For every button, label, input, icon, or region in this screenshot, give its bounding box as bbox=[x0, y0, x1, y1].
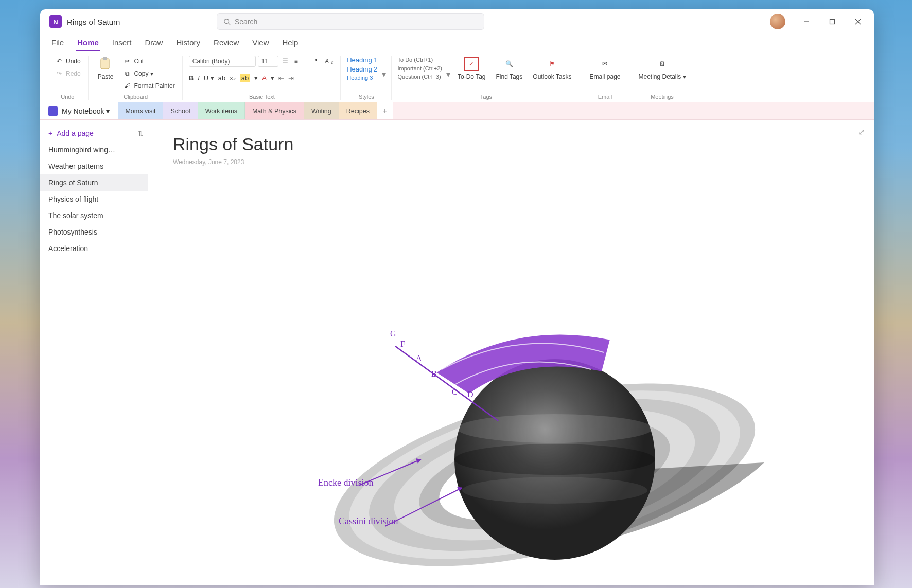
style-heading3[interactable]: Heading 3 bbox=[347, 74, 377, 82]
ring-label-d: D bbox=[467, 390, 473, 399]
email-icon: ✉ bbox=[598, 57, 612, 71]
tab-history[interactable]: History bbox=[175, 35, 201, 51]
avatar[interactable] bbox=[770, 14, 785, 29]
ring-label-f: F bbox=[400, 340, 405, 349]
styles-gallery[interactable]: Heading 1 Heading 2 Heading 3 bbox=[347, 56, 377, 82]
page-item-1[interactable]: Weather patterns bbox=[40, 158, 148, 174]
notebook-name: My Notebook ▾ bbox=[62, 107, 110, 115]
strike-button[interactable]: ab bbox=[218, 74, 225, 82]
email-page-button[interactable]: ✉Email page bbox=[586, 56, 623, 81]
menu-tabs: File Home Insert Draw History Review Vie… bbox=[40, 34, 874, 51]
section-tab-5[interactable]: Recipes bbox=[339, 102, 377, 119]
tab-home[interactable]: Home bbox=[76, 35, 100, 51]
search-icon bbox=[223, 18, 231, 25]
section-tab-3[interactable]: Math & Physics bbox=[245, 102, 304, 119]
tab-review[interactable]: Review bbox=[213, 35, 240, 51]
search-placeholder: Search bbox=[235, 17, 257, 26]
indent-left-button[interactable]: ⇤ bbox=[278, 74, 284, 82]
notebook-bar: My Notebook ▾ Moms visitSchoolWork items… bbox=[40, 102, 874, 120]
group-label-clipboard: Clipboard bbox=[124, 94, 148, 100]
add-section-button[interactable]: + bbox=[377, 102, 393, 119]
svg-point-18 bbox=[462, 477, 647, 504]
font-size-select[interactable]: 11 bbox=[258, 56, 278, 67]
section-tab-2[interactable]: Work items bbox=[198, 102, 245, 119]
notebook-selector[interactable]: My Notebook ▾ bbox=[40, 102, 118, 119]
tab-help[interactable]: Help bbox=[282, 35, 300, 51]
tags-more-icon[interactable]: ▾ bbox=[446, 69, 450, 79]
tag-todo[interactable]: To Do (Ctrl+1) bbox=[398, 56, 443, 64]
page-item-2[interactable]: Rings of Saturn bbox=[40, 174, 148, 191]
brush-icon: 🖌 bbox=[122, 81, 132, 91]
todo-tag-button[interactable]: ✓To-Do Tag bbox=[454, 56, 488, 81]
app-icon: N bbox=[49, 15, 62, 28]
subscript-button[interactable]: x₂ bbox=[230, 74, 236, 82]
outlook-tasks-button[interactable]: ⚑Outlook Tasks bbox=[530, 56, 574, 81]
bold-button[interactable]: B bbox=[189, 74, 194, 82]
ribbon: ↶Undo ↷Redo Undo Paste ✂Cut ⧉Copy ▾ 🖌For… bbox=[40, 51, 874, 102]
meeting-details-button[interactable]: 🗓Meeting Details ▾ bbox=[636, 56, 689, 81]
italic-button[interactable]: I bbox=[198, 74, 200, 82]
ribbon-group-basictext: Calibri (Body) 11 ☰ ≡ ≣ ¶ Aᵪ B I U ▾ ab … bbox=[184, 56, 341, 100]
svg-rect-3 bbox=[830, 20, 834, 24]
underline-button[interactable]: U ▾ bbox=[204, 74, 214, 82]
font-name-select[interactable]: Calibri (Body) bbox=[189, 56, 256, 67]
redo-button[interactable]: ↷Redo bbox=[52, 68, 83, 79]
fullscreen-icon[interactable]: ⤢ bbox=[858, 127, 865, 137]
svg-point-0 bbox=[224, 19, 229, 24]
styles-more-icon[interactable]: ▾ bbox=[382, 69, 386, 79]
clear-format-button[interactable]: Aᵪ bbox=[323, 56, 335, 67]
tag-gallery[interactable]: To Do (Ctrl+1) Important (Ctrl+2) Questi… bbox=[398, 56, 443, 81]
paragraph-button[interactable]: ¶ bbox=[313, 56, 321, 67]
tab-draw[interactable]: Draw bbox=[144, 35, 164, 51]
bullets-button[interactable]: ☰ bbox=[280, 56, 290, 67]
page-canvas[interactable]: ⤢ Rings of Saturn Wednesday, June 7, 202… bbox=[148, 120, 874, 585]
format-painter-button[interactable]: 🖌Format Painter bbox=[120, 80, 177, 92]
cut-button[interactable]: ✂Cut bbox=[120, 56, 177, 67]
tag-important[interactable]: Important (Ctrl+2) bbox=[398, 64, 443, 73]
page-item-3[interactable]: Physics of flight bbox=[40, 191, 148, 207]
annotation-cassini: Cassini division bbox=[339, 516, 398, 527]
find-tags-icon: 🔍 bbox=[502, 57, 516, 71]
section-tab-1[interactable]: School bbox=[163, 102, 198, 119]
page-sort-icon[interactable]: ⇅ bbox=[138, 130, 144, 137]
page-item-4[interactable]: The solar system bbox=[40, 207, 148, 224]
copy-icon: ⧉ bbox=[122, 69, 132, 78]
numbering-button[interactable]: ≡ bbox=[292, 56, 300, 67]
page-item-0[interactable]: Hummingbird wing… bbox=[40, 141, 148, 158]
page-list: +Add a page ⇅ Hummingbird wing…Weather p… bbox=[40, 120, 148, 585]
ribbon-group-email: ✉Email page Email bbox=[581, 56, 629, 100]
minimize-button[interactable] bbox=[795, 11, 818, 32]
undo-button[interactable]: ↶Undo bbox=[52, 56, 83, 67]
search-input[interactable]: Search bbox=[217, 13, 484, 30]
maximize-button[interactable] bbox=[820, 11, 844, 32]
tag-question[interactable]: Question (Ctrl+3) bbox=[398, 73, 443, 81]
flag-icon: ⚑ bbox=[545, 57, 559, 71]
group-label-tags: Tags bbox=[480, 94, 492, 100]
copy-button[interactable]: ⧉Copy ▾ bbox=[120, 68, 177, 79]
section-tab-0[interactable]: Moms visit bbox=[118, 102, 163, 119]
style-heading1[interactable]: Heading 1 bbox=[347, 56, 377, 65]
ribbon-group-clipboard: Paste ✂Cut ⧉Copy ▾ 🖌Format Painter Clipb… bbox=[90, 56, 183, 100]
svg-rect-7 bbox=[103, 57, 107, 60]
tab-file[interactable]: File bbox=[50, 35, 65, 51]
undo-icon: ↶ bbox=[55, 57, 64, 66]
page-title[interactable]: Rings of Saturn bbox=[173, 134, 849, 154]
tab-insert[interactable]: Insert bbox=[111, 35, 133, 51]
font-color-button[interactable]: A bbox=[262, 74, 267, 82]
close-button[interactable] bbox=[846, 11, 870, 32]
indent-right-button[interactable]: ⇥ bbox=[288, 74, 294, 82]
style-heading2[interactable]: Heading 2 bbox=[347, 65, 377, 74]
page-item-5[interactable]: Photosynthesis bbox=[40, 224, 148, 240]
paste-button[interactable]: Paste bbox=[95, 56, 117, 81]
add-page-button[interactable]: +Add a page bbox=[40, 125, 102, 141]
svg-rect-6 bbox=[101, 59, 109, 69]
group-label-meetings: Meetings bbox=[651, 94, 674, 100]
group-label-email: Email bbox=[598, 94, 612, 100]
highlight-button[interactable]: ab bbox=[240, 74, 250, 82]
redo-icon: ↷ bbox=[55, 69, 64, 78]
page-item-6[interactable]: Acceleration bbox=[40, 240, 148, 257]
find-tags-button[interactable]: 🔍Find Tags bbox=[493, 56, 525, 81]
section-tab-4[interactable]: Writing bbox=[304, 102, 339, 119]
tab-view[interactable]: View bbox=[251, 35, 270, 51]
align-button[interactable]: ≣ bbox=[302, 56, 311, 67]
